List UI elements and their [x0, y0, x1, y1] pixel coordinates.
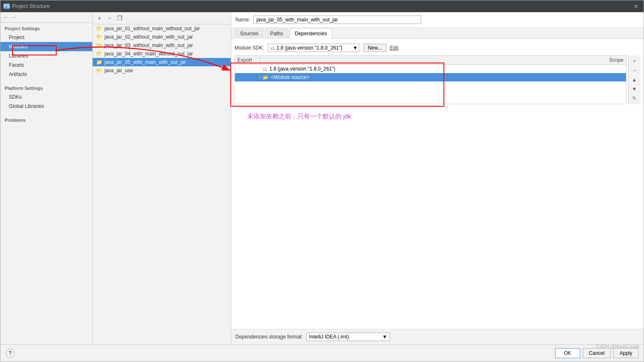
dep-label-1: <Module source> [271, 74, 310, 80]
title-bar: PS Project Structure ✕ [0, 0, 644, 12]
storage-row: Dependencies storage format: IntelliJ ID… [231, 329, 644, 344]
sidebar-item-libraries[interactable]: Libraries [0, 51, 92, 60]
sidebar-item-project[interactable]: Project [0, 33, 92, 42]
sidebar-item-facets[interactable]: Facets [0, 60, 92, 70]
dep-move-up-button[interactable]: ▲ [630, 76, 639, 84]
module-item-0[interactable]: 📁 java_jar_01_without_main_without_out_j… [93, 24, 231, 33]
dep-section: Export Scope 🗂 1.8 (java version "1.8.0_… [235, 55, 640, 104]
module-item-4[interactable]: 📁 java_jar_05_with_main_with_out_jar [93, 58, 231, 66]
sdk-label: Module SDK: [235, 45, 264, 51]
dep-remove-button[interactable]: − [630, 66, 639, 75]
app-icon: PS [4, 3, 10, 9]
dep-move-down-button[interactable]: ▼ [630, 85, 639, 93]
storage-arrow: ▼ [382, 334, 387, 340]
name-label: Name: [235, 17, 250, 23]
dep-add-button[interactable]: + [630, 57, 639, 66]
storage-value: IntelliJ IDEA (.iml) [309, 334, 349, 340]
storage-select[interactable]: IntelliJ IDEA (.iml) ▼ [306, 333, 390, 341]
sidebar-item-global-libraries[interactable]: Global Libraries [0, 102, 92, 111]
title-bar-left: PS Project Structure [4, 3, 50, 9]
sidebar-item-artifacts[interactable]: Artifacts [0, 70, 92, 79]
storage-label: Dependencies storage format: [235, 334, 303, 340]
close-button[interactable]: ✕ [632, 3, 640, 10]
project-structure-dialog: PS Project Structure ✕ ← → Project Setti… [0, 0, 644, 362]
tab-dependencies[interactable]: Dependencies [289, 28, 333, 39]
cancel-button[interactable]: Cancel [583, 348, 611, 358]
name-row: Name: [231, 12, 644, 28]
sdk-edit-button[interactable]: Edit [390, 45, 399, 51]
dep-export-0 [235, 68, 260, 70]
module-item-2[interactable]: 📁 java_jar_03_without_main_with_out_jar [93, 41, 231, 50]
module-name-1: java_jar_02_without_main_with_out_jar [104, 34, 193, 40]
left-panel: ← → Project Settings Project Modules Lib… [0, 12, 93, 344]
dep-side-buttons: + − ▲ ▼ ✎ [628, 55, 640, 104]
module-name-0: java_jar_01_without_main_without_out_jar [104, 26, 200, 31]
dep-header-export: Export [235, 56, 260, 64]
right-panel: Name: Sources Paths Dependencies Module … [231, 12, 644, 344]
module-list: 📁 java_jar_01_without_main_without_out_j… [93, 24, 231, 344]
annotation-text: 未添加依赖之前，只有一个默认的 jdk [235, 104, 640, 129]
module-item-5[interactable]: 📁 java_jar_use [93, 66, 231, 75]
copy-module-button[interactable]: ❐ [115, 14, 124, 22]
module-icon-0: 📁 [96, 26, 102, 31]
sdk-row: Module SDK: 🗂 1.8 (java version "1.8.0_2… [235, 42, 640, 55]
dep-export-1 [235, 76, 260, 79]
dependencies-tab-content: Module SDK: 🗂 1.8 (java version "1.8.0_2… [231, 39, 644, 329]
sdk-select[interactable]: 🗂 1.8 (java version "1.8.0_261") ▼ [268, 44, 360, 52]
tab-sources[interactable]: Sources [235, 28, 264, 39]
dep-scope-1 [592, 76, 626, 79]
name-input[interactable] [253, 16, 421, 24]
dep-row-1[interactable]: 📂 <Module source> [235, 73, 626, 81]
remove-module-button[interactable]: − [105, 14, 114, 22]
dep-header-scope: Scope [592, 56, 626, 64]
module-toolbar: + − ❐ [93, 12, 231, 24]
ok-button[interactable]: OK [555, 348, 580, 358]
back-button[interactable]: ← [3, 14, 9, 21]
sdk-icon: 🗂 [270, 45, 275, 51]
module-name-3: java_jar_04_with_main_without_out_jar [104, 51, 193, 57]
problems-header[interactable]: Problems [0, 114, 92, 124]
apply-button[interactable]: Apply [613, 348, 639, 358]
module-icon-3: 📁 [96, 51, 102, 57]
module-item-3[interactable]: 📁 java_jar_04_with_main_without_out_jar [93, 50, 231, 58]
middle-panel: + − ❐ 📁 java_jar_01_without_main_without… [93, 12, 231, 344]
dep-edit-button[interactable]: ✎ [630, 94, 639, 102]
dep-sdk-icon-0: 🗂 [263, 66, 267, 71]
tab-bar: Sources Paths Dependencies [231, 28, 644, 39]
sidebar-item-modules[interactable]: Modules [0, 42, 92, 51]
dep-header-name [260, 56, 592, 64]
module-icon-1: 📁 [96, 34, 102, 40]
module-icon-4: 📁 [96, 59, 102, 65]
module-name-5: java_jar_use [104, 68, 133, 73]
dialog-title: Project Structure [12, 3, 50, 9]
module-name-2: java_jar_03_without_main_with_out_jar [104, 42, 193, 48]
module-name-4: java_jar_05_with_main_with_out_jar [104, 59, 186, 65]
module-item-1[interactable]: 📁 java_jar_02_without_main_with_out_jar [93, 33, 231, 41]
tab-paths[interactable]: Paths [265, 28, 289, 39]
dep-module-icon-1: 📂 [263, 75, 269, 80]
dep-name-1: 📂 <Module source> [260, 73, 592, 81]
module-icon-2: 📁 [96, 42, 102, 48]
dep-scope-0 [592, 68, 626, 70]
watermark: CSDN @NorthCastle [596, 344, 639, 349]
dep-row-0[interactable]: 🗂 1.8 (java version "1.8.0_261") [235, 65, 626, 73]
dep-table-header: Export Scope [235, 56, 626, 65]
module-icon-5: 📁 [96, 68, 102, 73]
project-settings-header: Project Settings [0, 23, 92, 33]
sidebar-item-sdks[interactable]: SDKs [0, 92, 92, 102]
sdk-new-button[interactable]: New... [363, 44, 386, 52]
forward-button[interactable]: → [10, 14, 16, 21]
main-content: ← → Project Settings Project Modules Lib… [0, 12, 644, 344]
help-button[interactable]: ? [5, 349, 15, 358]
dep-label-0: 1.8 (java version "1.8.0_261") [269, 66, 335, 72]
add-module-button[interactable]: + [95, 14, 104, 22]
sdk-value: 1.8 (java version "1.8.0_261") [276, 45, 342, 51]
dependency-table: Export Scope 🗂 1.8 (java version "1.8.0_… [235, 55, 626, 104]
footer: ? OK Cancel Apply [0, 344, 644, 362]
dep-name-0: 🗂 1.8 (java version "1.8.0_261") [260, 65, 592, 73]
platform-settings-header: Platform Settings [0, 82, 92, 92]
sdk-dropdown-arrow: ▼ [353, 45, 358, 51]
